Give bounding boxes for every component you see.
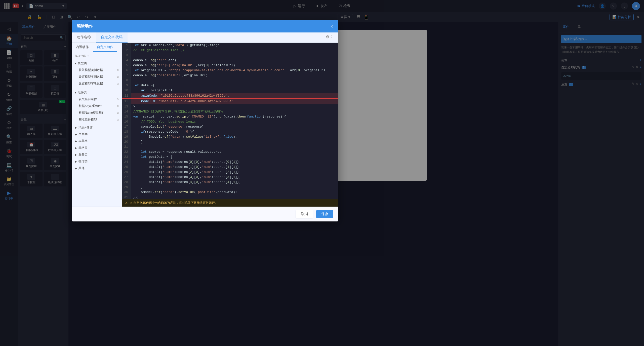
code-line-15: 15 var _script = context.script('CNAMEO_… (122, 114, 338, 119)
code-line-24: 24 data1:{'name':scores[0][0],'num':scor… (122, 160, 338, 165)
wechat-cat-label: 微信类 (78, 159, 88, 164)
form-cat-label: 表单类 (78, 139, 88, 143)
model-cat-header[interactable]: ▾ 模型类 (72, 60, 122, 67)
component-cat-arrow: ▾ (75, 91, 76, 94)
code-line-2: 2 // let getSelectedFiles () (122, 48, 338, 53)
action-copy-icon-4[interactable]: ⧉ (117, 98, 119, 101)
model-cat-arrow: ▾ (75, 62, 76, 65)
wechat-cat-header[interactable]: ▶ 微信类 (72, 158, 122, 165)
action-inner-tabs: 内置动作 自定义动作 (72, 43, 122, 52)
modal-tab-action-name[interactable]: 动作名称 (72, 32, 96, 43)
code-line-5: 5 console.log('arr[0].originalUrl',arr[0… (122, 63, 338, 68)
code-line-8: 8 (122, 78, 338, 83)
code-line-30: 30 $model.ref('data').setValue('postData… (122, 190, 338, 195)
msg-cat-arrow: ▶ (75, 126, 77, 129)
code-line-23: 23 let postData = { (122, 155, 338, 160)
other-cat-header[interactable]: ▶ 其他 (72, 165, 122, 172)
code-line-31: 31 }); (122, 195, 338, 199)
modal-body: 内置动作 自定义动作 模板代码 ? ▾ 模型类 获取模型实例数据 ⧉ (72, 43, 338, 207)
component-cat-header[interactable]: ▾ 组件类 (72, 89, 122, 96)
code-line-13: 13 } (122, 104, 338, 109)
component-cat-label: 组件类 (78, 90, 87, 95)
code-expand-icon[interactable]: ⛶ (331, 34, 335, 41)
code-line-10: 10 url: originalUrl, (122, 88, 338, 93)
code-editor-area: 1 let arr = $model.ref('data').getData()… (122, 43, 338, 207)
code-warning: ⚠ ⚠ 自定义JS代码中包含ES6的语法，IE浏览器下将无法正常运行。 (122, 199, 338, 207)
edit-action-modal: 编辑动作 × 动作名称 自定义JS代码 ⚙ ⛶ 内置动作 自定义动作 (72, 20, 338, 221)
template-code-label: 模板代码 ? (72, 52, 122, 59)
modal-close-button[interactable]: × (330, 24, 333, 29)
action-copy-icon-3[interactable]: ⧉ (117, 82, 119, 85)
code-line-22: 22 let scores = response.result.value.sc… (122, 149, 338, 155)
code-line-11: 11 apigCode: "a0102a6dbede438a896162a42e… (122, 93, 338, 99)
action-copy-icon-5[interactable]: ⧉ (117, 104, 119, 108)
warning-icon: ⚠ (125, 201, 128, 205)
component-category: ▾ 组件类 获取当前组件 ⧉ 根据Key获取组件 ⧉ 根据Name获取组件 ⧉ … (72, 88, 122, 124)
service-cat-header[interactable]: ▶ 服务类 (72, 151, 122, 158)
msg-cat-label: 消息&弹窗 (78, 125, 93, 130)
action-get-comp-by-name[interactable]: 根据Name获取组件 ⧉ (72, 109, 122, 116)
action-copy-icon-1[interactable]: ⧉ (117, 68, 119, 72)
action-inner-tab-builtin[interactable]: 内置动作 (72, 43, 93, 52)
action-get-model-instance[interactable]: 获取模型实例数据 ⧉ (72, 67, 122, 73)
code-line-6: 6 let originalUrl = "https://appcube-ai-… (122, 68, 338, 73)
action-copy-icon-7[interactable]: ⧉ (117, 118, 119, 121)
code-line-21: 21 (122, 144, 338, 149)
action-copy-icon-6[interactable]: ⧉ (117, 111, 119, 114)
table-cat-header[interactable]: ▶ 表格类 (72, 144, 122, 151)
page-cat-label: 页面类 (78, 132, 88, 136)
code-line-20: 20 } (122, 139, 338, 144)
modal-tab-custom-js[interactable]: 自定义JS代码 (96, 32, 128, 43)
template-help-icon[interactable]: ? (88, 54, 89, 57)
code-line-16: 16 // TODO: Your business logic (122, 119, 338, 124)
model-category: ▾ 模型类 获取模型实例数据 ⧉ 设置模型实例数据 ⧉ 设置模型字段数据 ⧉ (72, 59, 122, 88)
page-cat-arrow: ▶ (75, 133, 77, 136)
warning-text: ⚠ 自定义JS代码中包含ES6的语法，IE浏览器下将无法正常运行。 (130, 201, 218, 205)
action-inner-tab-custom[interactable]: 自定义动作 (93, 43, 117, 52)
msg-cat-header[interactable]: ▶ 消息&弹窗 (72, 124, 122, 131)
code-line-9: 9 let data ={ (122, 83, 338, 88)
action-get-current-comp[interactable]: 获取当前组件 ⧉ (72, 96, 122, 103)
service-cat-label: 服务类 (78, 152, 88, 157)
modal-header-actions: ⚙ ⛶ (323, 32, 338, 43)
form-cat-header[interactable]: ▶ 表单类 (72, 138, 122, 144)
code-line-27: 27 data4:{'name':scores[3][0],'num':scor… (122, 175, 338, 180)
code-line-1: 1 let arr = $model.ref('data').getData()… (122, 43, 338, 48)
code-line-18: 18 if(response.resCode==='0'){ (122, 129, 338, 134)
code-line-29: 29 } (122, 185, 338, 190)
modal-footer: 取消 保存 (72, 207, 338, 221)
action-set-model-instance[interactable]: 设置模型实例数据 ⧉ (72, 73, 122, 80)
code-line-12: 12 modelId: "0bae31f1-5d5e-4df6-b8b2-bfe… (122, 99, 338, 104)
model-cat-label: 模型类 (78, 61, 87, 65)
table-cat-label: 表格类 (78, 146, 88, 150)
code-line-14: 14 //CNAMEO_EI为脚本名称，根据自己设置的脚本名称正确填写 (122, 109, 338, 114)
other-cat-label: 其他 (78, 166, 85, 170)
service-cat-arrow: ▶ (75, 153, 77, 157)
code-line-17: 17 console.log('response',response) (122, 124, 338, 129)
page-cat-header[interactable]: ▶ 页面类 (72, 131, 122, 138)
save-button[interactable]: 保存 (316, 210, 333, 218)
code-line-25: 25 data2:{'name':scores[1][0],'num':scor… (122, 165, 338, 170)
other-cat-arrow: ▶ (75, 167, 77, 170)
table-cat-arrow: ▶ (75, 146, 77, 150)
action-set-model-field[interactable]: 设置模型字段数据 ⧉ (72, 80, 122, 87)
code-settings-icon[interactable]: ⚙ (326, 34, 329, 41)
action-get-comp-by-key[interactable]: 根据Key获取组件 ⧉ (72, 103, 122, 109)
action-get-comp-model[interactable]: 获取组件模型 ⧉ (72, 116, 122, 123)
code-line-19: 19 $model.ref('data').setValue('isShow',… (122, 134, 338, 139)
code-line-26: 26 data3:{'name':scores[2][0],'num':scor… (122, 170, 338, 175)
code-editor[interactable]: 1 let arr = $model.ref('data').getData()… (122, 43, 338, 199)
cancel-button[interactable]: 取消 (296, 210, 313, 218)
modal-header: 编辑动作 × (72, 20, 338, 32)
code-line-7: 7 console.log('originalUrl',originalUrl) (122, 73, 338, 78)
action-copy-icon-2[interactable]: ⧉ (117, 75, 119, 79)
code-line-3: 3 (122, 53, 338, 58)
code-line-28: 28 data5:{'name':scores[4][0],'num':scor… (122, 180, 338, 185)
code-line-4: 4 console.log('arr',arr) (122, 58, 338, 63)
action-panel: 内置动作 自定义动作 模板代码 ? ▾ 模型类 获取模型实例数据 ⧉ (72, 43, 122, 207)
wechat-cat-arrow: ▶ (75, 160, 77, 163)
modal-top-tabs: 动作名称 自定义JS代码 ⚙ ⛶ (72, 32, 338, 43)
modal-title: 编辑动作 (77, 24, 93, 29)
form-cat-arrow: ▶ (75, 139, 77, 143)
